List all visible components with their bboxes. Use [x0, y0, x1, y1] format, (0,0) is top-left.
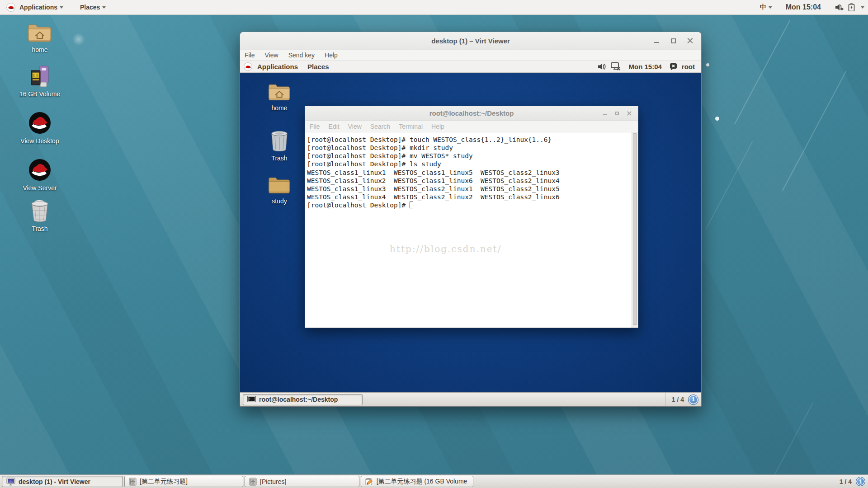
terminal-icon	[247, 396, 256, 403]
vm-user-indicator[interactable]: root	[682, 63, 695, 70]
desktop-icon-view-server[interactable]: View Server	[12, 158, 68, 192]
virt-viewer-menubar: File View Send key Help	[240, 50, 701, 61]
vm-top-panel: Applications Places	[240, 61, 701, 73]
desktop-icon-home[interactable]: home	[12, 23, 68, 53]
background-glow-dot	[72, 33, 85, 46]
applications-menu[interactable]: Applications	[19, 4, 63, 11]
taskbar-button-pictures-window[interactable]: [Pictures]	[245, 476, 359, 487]
terminal-content[interactable]: [root@localhost Desktop]# touch WESTOS_c…	[305, 132, 638, 328]
maximize-icon[interactable]	[670, 38, 676, 44]
places-menu[interactable]: Places	[80, 4, 106, 11]
home-folder-icon	[268, 83, 291, 102]
chevron-down-icon[interactable]	[861, 6, 864, 9]
terminal-menubar: File Edit View Search Terminal Help	[305, 121, 638, 132]
vm-taskbar: root@localhost:~/Desktop 1 / 4 1	[240, 392, 701, 406]
terminal-line: WESTOS_class1_linux1 WESTOS_class1_linux…	[307, 169, 638, 177]
redhat-logo-icon	[28, 158, 52, 182]
terminal-prompt-line: [root@localhost Desktop]#	[307, 201, 638, 209]
folder-icon	[268, 176, 291, 195]
scrollbar-thumb[interactable]	[633, 133, 637, 325]
input-method-indicator[interactable]: 中	[760, 3, 772, 11]
terminal-line: [root@localhost Desktop]# touch WESTOS_c…	[307, 136, 638, 144]
vm-clock[interactable]: Mon 15:04	[628, 63, 661, 70]
taskbar-button-gedit-window[interactable]: [第二单元练习题 (16 GB Volume /...	[361, 476, 473, 487]
file-manager-icon	[249, 478, 257, 486]
vm-applications-menu[interactable]: Applications	[257, 63, 298, 70]
volume-muted-icon[interactable]	[835, 3, 844, 11]
vm-desktop-icon-trash[interactable]: Trash	[257, 130, 302, 162]
menu-terminal[interactable]: Terminal	[399, 123, 423, 130]
background-dot	[715, 117, 719, 121]
menu-help[interactable]: Help	[325, 52, 338, 59]
vm-workspace-switcher[interactable]: 1	[688, 394, 698, 405]
window-title: desktop (1) – Virt Viewer	[431, 37, 510, 45]
desktop-root: Applications Places 中 Mon 15:04	[0, 0, 868, 488]
terminal-cursor	[410, 202, 413, 208]
menu-edit[interactable]: Edit	[329, 123, 340, 130]
virt-viewer-monitor-icon	[6, 478, 15, 486]
chevron-down-icon	[102, 6, 106, 9]
text-editor-icon	[365, 477, 373, 486]
battery-charging-icon[interactable]	[848, 3, 855, 11]
chevron-down-icon	[769, 6, 772, 9]
chevron-down-icon	[60, 6, 63, 9]
home-folder-icon	[28, 23, 52, 43]
close-icon[interactable]	[627, 111, 632, 116]
menu-search[interactable]: Search	[370, 123, 390, 130]
host-top-panel: Applications Places 中 Mon 15:04	[0, 0, 868, 15]
terminal-line: WESTOS_class1_linux2 WESTOS_class1_linux…	[307, 177, 638, 185]
terminal-line: [root@localhost Desktop]# mkdir study	[307, 144, 638, 152]
taskbar-button-folder-window[interactable]: [第二单元练习题]	[124, 476, 243, 487]
menu-send-key[interactable]: Send key	[288, 52, 315, 59]
virt-viewer-window: desktop (1) – Virt Viewer File View Send…	[240, 32, 702, 407]
clock[interactable]: Mon 15:04	[786, 3, 821, 11]
volume-icon[interactable]	[598, 63, 607, 70]
menu-file[interactable]: File	[310, 123, 320, 130]
terminal-line: WESTOS_class1_linux4 WESTOS_class2_linux…	[307, 193, 638, 201]
redhat-icon	[6, 3, 15, 12]
background-dot	[706, 63, 709, 66]
menu-file[interactable]: File	[245, 52, 255, 59]
trash-icon	[29, 199, 51, 222]
terminal-title: root@localhost:~/Desktop	[429, 109, 514, 117]
close-icon[interactable]	[687, 38, 693, 44]
menu-view[interactable]: View	[265, 52, 278, 59]
vm-desktop: home Trash study	[240, 73, 701, 392]
redhat-icon	[244, 62, 252, 71]
terminal-scrollbar[interactable]	[632, 132, 638, 328]
taskbar-button-virt-viewer[interactable]: desktop (1) - Virt Viewer	[2, 476, 123, 487]
host-pager: 1 / 4	[840, 478, 852, 485]
virt-viewer-titlebar[interactable]: desktop (1) – Virt Viewer	[240, 32, 701, 50]
chat-badge-icon[interactable]	[670, 63, 678, 70]
vm-window-list-button[interactable]: root@localhost:~/Desktop	[243, 394, 363, 405]
maximize-icon[interactable]	[615, 111, 619, 116]
file-manager-icon	[129, 478, 137, 486]
trash-can-icon	[269, 130, 289, 152]
menu-view[interactable]: View	[348, 123, 362, 130]
host-workspace-switcher[interactable]: 1	[856, 477, 865, 486]
vm-desktop-icon-home[interactable]: home	[257, 83, 302, 112]
host-taskbar: desktop (1) - Virt Viewer [第二单元练习题] [Pic…	[0, 474, 868, 488]
terminal-titlebar[interactable]: root@localhost:~/Desktop	[305, 106, 638, 121]
display-disconnect-icon[interactable]	[611, 62, 621, 70]
menu-help[interactable]: Help	[431, 123, 444, 130]
csdn-watermark: http://blog.csdn.net/	[390, 244, 501, 254]
terminal-line: [root@localhost Desktop]# mv WESTOS* stu…	[307, 152, 638, 160]
usb-volume-icon	[28, 65, 51, 88]
redhat-logo-icon	[28, 111, 52, 135]
terminal-window: root@localhost:~/Desktop File Edit View …	[305, 106, 638, 328]
terminal-line: WESTOS_class1_linux3 WESTOS_class2_linux…	[307, 185, 638, 193]
terminal-line: [root@localhost Desktop]# ls study	[307, 160, 638, 168]
desktop-icon-trash[interactable]: Trash	[12, 199, 68, 232]
vm-pager: 1 / 4	[672, 396, 684, 403]
minimize-icon[interactable]	[603, 111, 607, 116]
desktop-icon-16gb-volume[interactable]: 16 GB Volume	[12, 65, 68, 98]
vm-places-menu[interactable]: Places	[307, 63, 329, 70]
desktop-icon-view-desktop[interactable]: View Desktop	[12, 111, 68, 145]
vm-desktop-icon-study[interactable]: study	[257, 176, 302, 205]
minimize-icon[interactable]	[654, 38, 660, 44]
